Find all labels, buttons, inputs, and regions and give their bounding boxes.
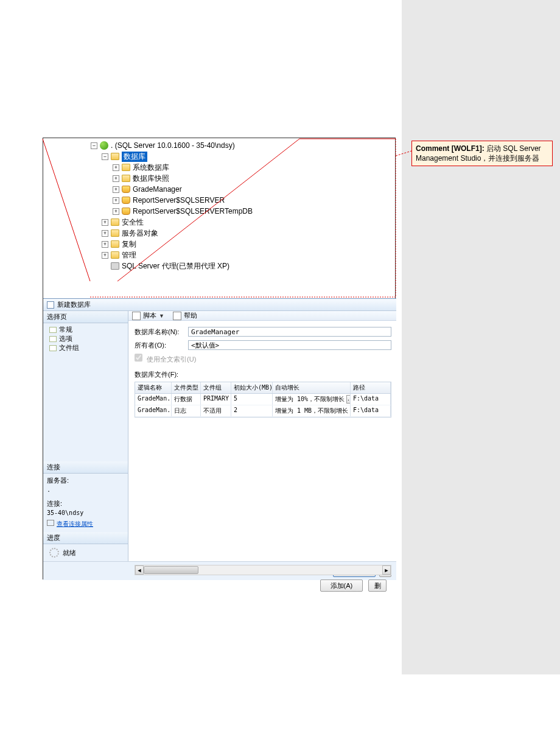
expand-icon[interactable]: +	[113, 208, 119, 215]
server-value: .	[43, 486, 128, 497]
tree-sysdb-node[interactable]: + 系统数据库	[91, 162, 301, 173]
dropdown-arrow-icon[interactable]: ▼	[159, 313, 164, 319]
scroll-left-arrow[interactable]: ◄	[135, 565, 144, 575]
tree-replication-node[interactable]: + 复制	[91, 239, 301, 250]
tree-agent-node[interactable]: SQL Server 代理(已禁用代理 XP)	[91, 261, 301, 271]
col-path[interactable]: 路径	[351, 382, 391, 393]
tree-db-node[interactable]: + GradeManager	[91, 184, 301, 195]
dbname-label: 数据库名称(N):	[135, 327, 188, 337]
dialog-titlebar[interactable]: 新建数据库	[43, 299, 396, 311]
progress-status: 就绪	[63, 548, 76, 558]
horizontal-scrollbar[interactable]: ◄ ►	[135, 565, 391, 575]
database-icon	[122, 208, 130, 215]
grid-header: 逻辑名称 文件类型 文件组 初始大小(MB) 自动增长 路径	[135, 382, 391, 394]
script-icon	[132, 312, 141, 320]
server-icon	[100, 141, 108, 150]
tree-label: 管理	[122, 250, 136, 261]
col-filegroup[interactable]: 文件组	[201, 382, 231, 393]
database-icon	[122, 186, 130, 193]
page-general[interactable]: 常规	[49, 325, 124, 334]
connection-props-icon	[47, 520, 54, 526]
comment-margin	[402, 0, 560, 674]
owner-input[interactable]	[188, 340, 391, 350]
object-explorer-tree: − . (SQL Server 10.0.1600 - 35-40\ndsy) …	[91, 140, 301, 282]
tree-management-node[interactable]: + 管理	[91, 250, 301, 261]
folder-icon	[111, 219, 119, 226]
window-icon	[47, 301, 54, 309]
tree-label: ReportServer$SQLSERVERTempDB	[133, 207, 253, 215]
dialog-toolbar: 脚本 ▼ 帮助	[128, 311, 396, 321]
connection-label: 连接:	[43, 497, 128, 509]
tree-db-node[interactable]: + ReportServer$SQLSERVER	[91, 195, 301, 206]
agent-icon	[111, 262, 119, 270]
folder-icon	[122, 175, 130, 182]
expand-icon[interactable]: +	[102, 252, 108, 259]
owner-label: 所有者(O):	[135, 341, 188, 350]
grid-row[interactable]: GradeMan... 日志 不适用 2 增量为 1 MB，不限制增长... F…	[135, 405, 391, 417]
dialog-title: 新建数据库	[57, 300, 91, 309]
new-database-dialog: 新建数据库 选择页 常规 选项 文件组 连接 服务器: . 连接: 35-40\…	[43, 298, 396, 580]
tree-label: GradeManager	[133, 185, 182, 194]
script-button[interactable]: 脚本	[143, 311, 156, 320]
folder-icon	[122, 164, 130, 171]
expand-icon[interactable]: +	[113, 197, 119, 204]
tree-db-node[interactable]: + ReportServer$SQLSERVERTempDB	[91, 206, 301, 217]
connection-header: 连接	[43, 461, 128, 474]
page-icon	[49, 336, 57, 342]
database-files-grid[interactable]: 逻辑名称 文件类型 文件组 初始大小(MB) 自动增长 路径 GradeMan.…	[135, 382, 391, 418]
scroll-right-arrow[interactable]: ►	[382, 565, 391, 575]
tree-label-selected: 数据库	[122, 152, 147, 162]
view-connection-link[interactable]: 查看连接属性	[57, 520, 93, 527]
tree-snapshot-node[interactable]: + 数据库快照	[91, 173, 301, 184]
tree-server-node[interactable]: − . (SQL Server 10.0.1600 - 35-40\ndsy)	[91, 140, 301, 151]
help-icon	[173, 312, 181, 320]
progress-spinner-icon	[49, 548, 59, 558]
database-icon	[122, 197, 130, 204]
dialog-left-pane: 选择页 常规 选项 文件组 连接 服务器: . 连接: 35-40\ndsy 查…	[43, 311, 128, 561]
grid-row[interactable]: GradeMan... 行数据 PRIMARY 5 增量为 10%，不限制增长.…	[135, 394, 391, 405]
tree-label: . (SQL Server 10.0.1600 - 35-40\ndsy)	[111, 141, 235, 150]
tree-label: ReportServer$SQLSERVER	[133, 196, 225, 205]
scrollbar-thumb[interactable]	[144, 566, 198, 574]
review-comment[interactable]: Comment [WOLF1]: 启动 SQL Server Managemen…	[411, 141, 553, 166]
tree-label: SQL Server 代理(已禁用代理 XP)	[122, 261, 229, 271]
page-options[interactable]: 选项	[49, 334, 124, 343]
files-label: 数据库文件(F):	[135, 370, 391, 379]
comment-label: Comment [WOLF1]:	[416, 144, 485, 153]
expand-icon[interactable]: +	[113, 164, 119, 171]
add-button[interactable]: 添加(A)	[320, 579, 363, 592]
server-label: 服务器:	[43, 474, 128, 486]
ellipsis-button[interactable]: ...	[346, 395, 351, 404]
col-file-type[interactable]: 文件类型	[172, 382, 201, 393]
dialog-right-pane: 脚本 ▼ 帮助 数据库名称(N): 所有者(O):	[128, 311, 396, 561]
expand-icon[interactable]: +	[102, 230, 108, 237]
expand-icon[interactable]: +	[102, 219, 108, 226]
help-button[interactable]: 帮助	[184, 311, 197, 320]
tree-serverobj-node[interactable]: + 服务器对象	[91, 228, 301, 239]
dbname-input[interactable]	[188, 327, 391, 337]
col-autogrow[interactable]: 自动增长	[273, 382, 351, 393]
delete-button[interactable]: 删	[368, 579, 387, 592]
expand-icon[interactable]: +	[102, 241, 108, 248]
col-logical-name[interactable]: 逻辑名称	[135, 382, 172, 393]
page-icon	[49, 327, 57, 333]
folder-icon	[111, 240, 119, 248]
folder-icon	[111, 251, 119, 259]
page-filegroups[interactable]: 文件组	[49, 343, 124, 352]
tree-label: 系统数据库	[133, 163, 169, 173]
expand-icon[interactable]: +	[113, 186, 119, 193]
tree-label: 服务器对象	[122, 228, 158, 239]
connection-value: 35-40\ndsy	[43, 509, 128, 520]
tree-label: 数据库快照	[133, 173, 169, 184]
tree-security-node[interactable]: + 安全性	[91, 217, 301, 228]
select-page-header: 选择页	[43, 311, 128, 323]
folder-icon	[111, 153, 119, 160]
expand-icon[interactable]: +	[113, 175, 119, 182]
col-initial-size[interactable]: 初始大小(MB)	[231, 382, 273, 393]
collapse-icon[interactable]: −	[102, 153, 108, 160]
fulltext-label: 使用全文索引(U)	[147, 355, 196, 363]
tree-databases-node[interactable]: − 数据库	[91, 151, 301, 162]
tree-label: 复制	[122, 239, 136, 250]
progress-header: 进度	[43, 532, 128, 544]
collapse-icon[interactable]: −	[91, 142, 97, 149]
